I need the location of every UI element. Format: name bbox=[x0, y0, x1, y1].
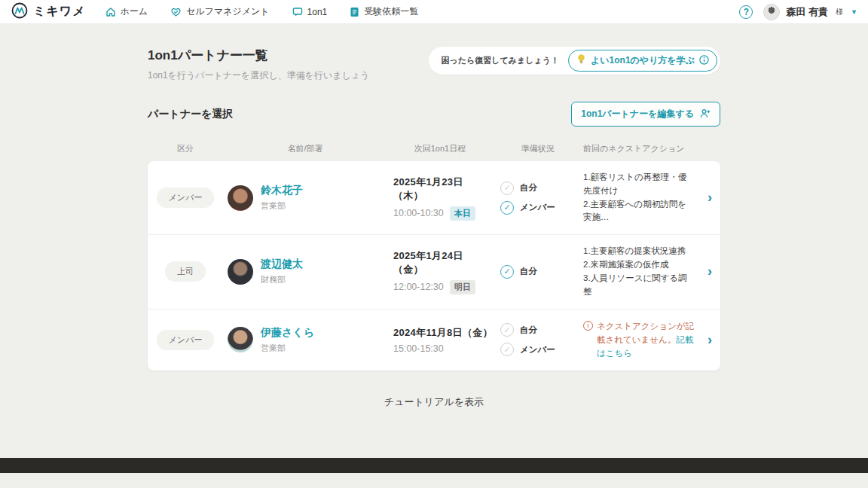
edit-button-label: 1on1パートナーを編集する bbox=[581, 108, 694, 120]
nav-item-self-management[interactable]: セルフマネジメント bbox=[170, 5, 270, 18]
edit-partners-button[interactable]: 1on1パートナーを編集する bbox=[571, 102, 720, 127]
header-right: ? 森田 有貴 様 ▼ bbox=[739, 4, 857, 20]
status-member: ✓ メンバー bbox=[500, 201, 583, 215]
nav-label: 受験依頼一覧 bbox=[364, 5, 418, 18]
hint-pill: 困ったら復習してみましょう！ よい1on1のやり方を学ぶ bbox=[429, 47, 720, 75]
learn-1on1-button[interactable]: よい1on1のやり方を学ぶ bbox=[568, 50, 717, 72]
partner-department: 営業部 bbox=[261, 200, 303, 212]
partner-avatar bbox=[228, 259, 253, 285]
column-header-name: 名前/部署 bbox=[223, 143, 387, 154]
bottom-bar bbox=[0, 458, 868, 473]
column-header-schedule: 次回1on1日程 bbox=[387, 143, 493, 154]
page-subtitle: 1on1を行うパートナーを選択し、準備を行いましょう bbox=[148, 69, 369, 82]
next-action-warning: i ネクストアクションが記載されていません。記載はこちら bbox=[583, 319, 699, 361]
category-badge: メンバー bbox=[157, 330, 215, 350]
category-badge: 上司 bbox=[165, 261, 206, 282]
chevron-right-icon[interactable]: › bbox=[699, 264, 720, 279]
next-1on1-time: 12:00-12:30 bbox=[393, 282, 444, 292]
logo-text: ミキワメ bbox=[33, 4, 86, 20]
partner-avatar bbox=[228, 327, 253, 352]
app-logo[interactable]: ミキワメ bbox=[11, 2, 86, 23]
next-actions: 1.顧客リストの再整理・優先度付け 2.主要顧客への期初訪問を実施… bbox=[583, 171, 699, 224]
main-nav: ホーム セルフマネジメント 1on1 受験依頼一覧 bbox=[105, 5, 740, 18]
chat-icon bbox=[292, 7, 303, 17]
column-header-next-action: 前回のネクストアクション bbox=[583, 143, 699, 154]
date-badge-tomorrow: 明日 bbox=[450, 280, 475, 294]
next-1on1-date: 2025年1月24日（金） bbox=[393, 249, 493, 276]
help-icon[interactable]: ? bbox=[739, 5, 753, 19]
lightbulb-icon bbox=[576, 53, 586, 68]
info-icon bbox=[699, 54, 709, 68]
partner-row-watanabe[interactable]: 上司 渡辺健太 財務部 2025年1月24日（金） 12:00-12:30 明日 bbox=[148, 234, 720, 308]
partner-name[interactable]: 伊藤さくら bbox=[261, 326, 314, 340]
logo-mark-icon bbox=[11, 2, 29, 23]
check-icon: ✓ bbox=[500, 265, 514, 279]
partner-row-ito[interactable]: メンバー 伊藤さくら 営業部 2024年11月8日（金） 15:00-15:30 bbox=[148, 309, 720, 371]
app-header: ミキワメ ホーム セルフマネジメント 1on1 受験依頼一覧 bbox=[0, 0, 868, 24]
user-avatar bbox=[763, 4, 780, 20]
next-1on1-time: 10:00-10:30 bbox=[393, 208, 444, 218]
check-icon: ✓ bbox=[500, 201, 514, 215]
partner-department: 財務部 bbox=[261, 274, 303, 285]
chevron-down-icon[interactable]: ▼ bbox=[851, 8, 857, 16]
show-tutorial-link[interactable]: チュートリアルを表示 bbox=[384, 396, 484, 407]
heart-icon bbox=[170, 7, 182, 17]
category-badge: メンバー bbox=[157, 188, 215, 208]
check-icon: ✓ bbox=[500, 181, 514, 195]
user-menu[interactable]: 森田 有貴 様 ▼ bbox=[763, 4, 857, 20]
nav-item-home[interactable]: ホーム bbox=[105, 5, 148, 18]
status-member: ✓ メンバー bbox=[500, 343, 583, 356]
hint-text: 困ったら復習してみましょう！ bbox=[441, 55, 559, 66]
page-heading: 1on1パートナー一覧 1on1を行うパートナーを選択し、準備を行いましょう bbox=[148, 47, 369, 82]
chevron-right-icon[interactable]: › bbox=[699, 190, 720, 206]
page-title: 1on1パートナー一覧 bbox=[148, 47, 369, 64]
check-icon: ✓ bbox=[500, 343, 514, 356]
learn-button-label: よい1on1のやり方を学ぶ bbox=[591, 54, 695, 67]
check-icon: ✓ bbox=[500, 323, 514, 337]
next-actions: 1.主要顧客の提案状況連携 2.来期施策案の仮作成 3.人員リソースに関する調整 bbox=[583, 245, 699, 298]
nav-label: 1on1 bbox=[307, 7, 328, 17]
nav-label: ホーム bbox=[121, 5, 148, 18]
nav-item-exam-requests[interactable]: 受験依頼一覧 bbox=[350, 5, 418, 18]
column-header-category: 区分 bbox=[148, 143, 223, 154]
partner-name[interactable]: 渡辺健太 bbox=[261, 258, 303, 271]
date-badge-today: 本日 bbox=[450, 206, 475, 221]
status-self: ✓ 自分 bbox=[500, 181, 583, 195]
home-icon bbox=[105, 7, 116, 17]
table-header: 区分 名前/部署 次回1on1日程 準備状況 前回のネクストアクション bbox=[148, 143, 720, 161]
next-1on1-time: 15:00-15:30 bbox=[393, 343, 444, 354]
main-content: 1on1パートナー一覧 1on1を行うパートナーを選択し、準備を行いましょう 困… bbox=[0, 24, 868, 473]
document-icon bbox=[350, 7, 359, 17]
status-self: ✓ 自分 bbox=[500, 323, 583, 337]
partner-department: 営業部 bbox=[261, 343, 314, 354]
nav-item-1on1[interactable]: 1on1 bbox=[292, 7, 328, 17]
warning-info-icon: i bbox=[583, 321, 593, 331]
partner-avatar bbox=[228, 185, 253, 211]
nav-label: セルフマネジメント bbox=[186, 5, 270, 18]
partner-row-suzuki[interactable]: メンバー 鈴木花子 営業部 2025年1月23日（木） 10:00-10:30 … bbox=[148, 161, 720, 234]
user-honorific: 様 bbox=[836, 7, 843, 17]
person-add-icon bbox=[700, 108, 711, 120]
chevron-right-icon[interactable]: › bbox=[699, 332, 720, 348]
next-1on1-date: 2024年11月8日（金） bbox=[393, 326, 493, 340]
column-header-status: 準備状況 bbox=[493, 143, 583, 154]
next-1on1-date: 2025年1月23日（木） bbox=[393, 175, 493, 203]
section-title: パートナーを選択 bbox=[148, 108, 233, 121]
partner-name[interactable]: 鈴木花子 bbox=[261, 184, 303, 197]
partner-list: メンバー 鈴木花子 営業部 2025年1月23日（木） 10:00-10:30 … bbox=[148, 161, 720, 371]
user-name: 森田 有貴 bbox=[786, 5, 828, 19]
status-self: ✓ 自分 bbox=[500, 265, 583, 279]
